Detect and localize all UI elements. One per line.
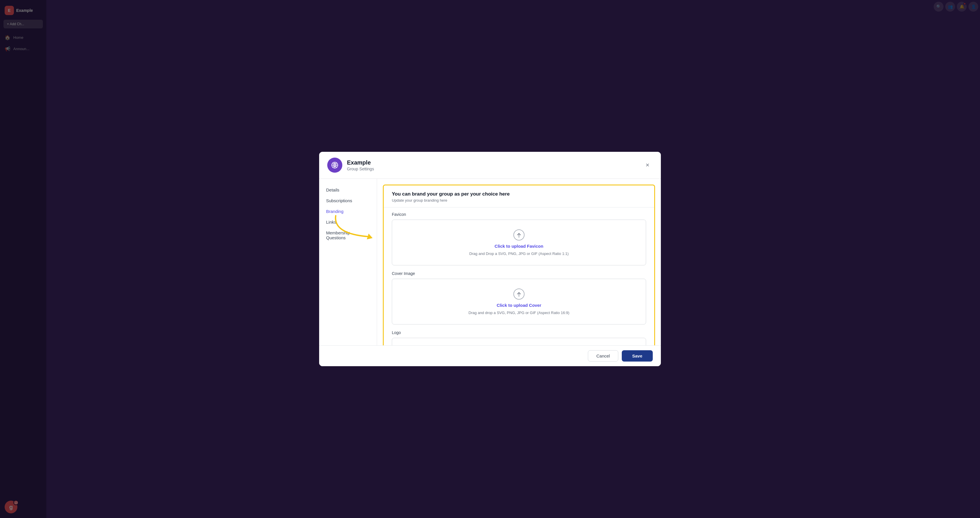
- cover-upload-link[interactable]: Click to upload Cover: [497, 303, 541, 308]
- nav-item-membership-questions[interactable]: Membership Questions: [319, 228, 377, 243]
- save-button[interactable]: Save: [622, 350, 653, 362]
- group-icon: [327, 158, 342, 173]
- modal-nav-sidebar: Details Subscriptions Branding Links Mem…: [319, 179, 377, 345]
- nav-item-links[interactable]: Links: [319, 217, 377, 228]
- logo-label: Logo: [392, 330, 646, 335]
- favicon-upload-hint: Drag and Drop a SVG, PNG, JPG or GIF (As…: [469, 252, 568, 256]
- favicon-section: Favicon Click to upload Favicon Drag and…: [384, 212, 654, 271]
- modal-body: Details Subscriptions Branding Links Mem…: [319, 179, 661, 345]
- branding-highlight-box: You can brand your group as per your cho…: [383, 185, 655, 345]
- nav-item-branding[interactable]: Branding: [319, 206, 377, 217]
- upload-icon-favicon: [513, 229, 525, 241]
- group-settings-modal: Example Group Settings × Details Subscri…: [319, 152, 661, 366]
- favicon-upload-box[interactable]: Click to upload Favicon Drag and Drop a …: [392, 220, 646, 265]
- modal-footer: Cancel Save: [319, 345, 661, 366]
- modal-header-left: Example Group Settings: [327, 158, 374, 173]
- nav-item-subscriptions[interactable]: Subscriptions: [319, 195, 377, 206]
- modal-overlay: Example Group Settings × Details Subscri…: [0, 0, 980, 518]
- cancel-button[interactable]: Cancel: [588, 350, 618, 362]
- nav-item-details[interactable]: Details: [319, 185, 377, 195]
- group-icon-svg: [331, 161, 339, 169]
- cover-upload-box[interactable]: Click to upload Cover Drag and drop a SV…: [392, 279, 646, 325]
- modal-subtitle: Group Settings: [347, 167, 374, 171]
- upload-icon-cover: [513, 288, 525, 300]
- modal-content-area: You can brand your group as per your cho…: [377, 179, 661, 345]
- branding-title: You can brand your group as per your cho…: [392, 191, 646, 197]
- logo-upload-box[interactable]: [392, 338, 646, 345]
- modal-title-block: Example Group Settings: [347, 159, 374, 171]
- cover-image-label: Cover Image: [392, 271, 646, 276]
- logo-section: Logo: [384, 330, 654, 345]
- modal-title: Example: [347, 159, 374, 166]
- modal-close-button[interactable]: ×: [642, 160, 653, 171]
- branding-subtitle: Update your group branding here: [392, 198, 646, 202]
- favicon-label: Favicon: [392, 212, 646, 217]
- cover-upload-hint: Drag and drop a SVG, PNG, JPG or GIF (As…: [469, 311, 570, 315]
- branding-header: You can brand your group as per your cho…: [384, 185, 654, 207]
- modal-header: Example Group Settings ×: [319, 152, 661, 179]
- favicon-upload-link[interactable]: Click to upload Favicon: [495, 244, 543, 249]
- cover-image-section: Cover Image Click to upload Cover Drag a…: [384, 271, 654, 330]
